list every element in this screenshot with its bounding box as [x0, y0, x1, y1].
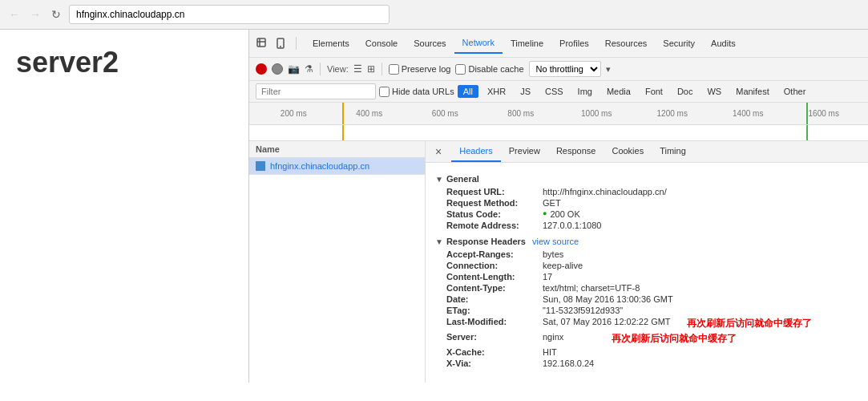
remote-address-key: Remote Address: — [446, 221, 543, 230]
response-headers-triangle-icon: ▼ — [435, 237, 443, 246]
device-icon[interactable] — [275, 37, 288, 50]
list-view-icon[interactable]: ☰ — [353, 63, 362, 75]
details-tabs: × Headers Preview Response Cookies Timin… — [426, 141, 868, 163]
status-code-value: 200 OK — [550, 209, 579, 219]
back-button[interactable]: ← — [6, 6, 22, 22]
page-content: server2 — [0, 30, 248, 383]
type-btn-manifest[interactable]: Manifest — [730, 85, 775, 98]
etag-key: ETag: — [446, 306, 543, 315]
tl-label-800: 800 ms — [483, 109, 559, 118]
tab-preview[interactable]: Preview — [501, 141, 548, 162]
accept-ranges-key: Accept-Ranges: — [446, 249, 543, 259]
content-length-key: Content-Length: — [446, 272, 543, 282]
hide-urls-checkbox[interactable] — [379, 87, 390, 97]
content-length-value: 17 — [543, 272, 552, 282]
menu-item-resources[interactable]: Resources — [597, 34, 656, 53]
request-method-value: GET — [543, 198, 561, 208]
type-btn-img[interactable]: Img — [572, 85, 598, 98]
menu-item-network[interactable]: Network — [454, 33, 503, 54]
tab-response[interactable]: Response — [548, 141, 604, 162]
tl-label-1200: 1200 ms — [635, 109, 711, 118]
stop-button[interactable] — [272, 63, 283, 75]
tab-timing[interactable]: Timing — [652, 141, 694, 162]
request-item-hfnginx[interactable]: hfnginx.chinacloudapp.cn — [249, 158, 425, 175]
waterfall-green-line — [806, 125, 808, 140]
annotation-text-inline: 再次刷新后访问就命中缓存了 — [612, 332, 737, 346]
server-value: nginx — [543, 332, 563, 346]
server-key: Server: — [446, 332, 543, 346]
forward-button[interactable]: → — [27, 6, 43, 22]
content-length-row: Content-Length: 17 — [435, 272, 858, 282]
accept-ranges-row: Accept-Ranges: bytes — [435, 249, 858, 259]
x-cache-key: X-Cache: — [446, 347, 543, 357]
date-value: Sun, 08 May 2016 13:00:36 GMT — [543, 294, 673, 304]
general-triangle-icon: ▼ — [435, 175, 443, 184]
menu-item-elements[interactable]: Elements — [305, 34, 357, 53]
type-btn-other[interactable]: Other — [778, 85, 812, 98]
request-doc-icon — [256, 161, 265, 171]
record-button[interactable] — [256, 63, 267, 75]
server-row: Server: nginx 再次刷新后访问就命中缓存了 — [435, 332, 858, 346]
type-btn-ws[interactable]: WS — [701, 85, 727, 98]
menu-item-security[interactable]: Security — [655, 34, 703, 53]
general-section-header[interactable]: ▼ General — [435, 174, 858, 184]
devtools-toolbar: Elements Console Sources Network Timelin… — [249, 30, 868, 58]
menu-item-profiles[interactable]: Profiles — [551, 34, 597, 53]
hide-urls-label: Hide data URLs — [392, 87, 454, 96]
etag-value: "11-5323f5912d933" — [543, 306, 623, 315]
camera-icon[interactable]: 📷 — [288, 63, 300, 75]
preserve-log-checkbox[interactable] — [389, 64, 399, 75]
devtools-menu: Elements Console Sources Network Timelin… — [305, 33, 744, 54]
type-btn-xhr[interactable]: XHR — [482, 85, 511, 98]
x-via-value: 192.168.0.24 — [543, 358, 594, 368]
type-btn-doc[interactable]: Doc — [672, 85, 699, 98]
remote-address-row: Remote Address: 127.0.0.1:1080 — [435, 221, 858, 230]
x-cache-row: X-Cache: HIT — [435, 347, 858, 357]
status-circle-icon: ● — [543, 209, 547, 219]
menu-item-audits[interactable]: Audits — [703, 34, 744, 53]
separator2 — [382, 63, 382, 75]
x-via-key: X-Via: — [446, 358, 543, 368]
last-modified-row: Last-Modified: Sat, 07 May 2016 12:02:22… — [435, 317, 858, 330]
request-name[interactable]: hfnginx.chinacloudapp.cn — [270, 161, 369, 171]
type-btn-font[interactable]: Font — [640, 85, 668, 98]
throttle-dropdown-icon[interactable]: ▾ — [606, 64, 611, 75]
menu-item-sources[interactable]: Sources — [406, 34, 454, 53]
menu-item-console[interactable]: Console — [357, 34, 406, 53]
requests-panel: Name hfnginx.chinacloudapp.cn — [249, 141, 426, 383]
request-method-key: Request Method: — [446, 198, 543, 208]
disable-cache-checkbox[interactable] — [455, 64, 466, 75]
request-url-row: Request URL: http://hfnginx.chinacloudap… — [435, 187, 858, 196]
throttle-select[interactable]: No throttling — [529, 61, 601, 77]
type-btn-css[interactable]: CSS — [539, 85, 569, 98]
content-type-key: Content-Type: — [446, 283, 543, 293]
type-btn-all[interactable]: All — [458, 85, 478, 98]
tab-cookies[interactable]: Cookies — [604, 141, 652, 162]
view-label: View: — [327, 64, 349, 74]
details-close-button[interactable]: × — [432, 142, 445, 161]
type-btn-media[interactable]: Media — [601, 85, 636, 98]
svg-rect-0 — [257, 38, 265, 47]
reload-button[interactable]: ↻ — [48, 6, 64, 22]
menu-item-timeline[interactable]: Timeline — [503, 34, 551, 53]
nav-bar: ← → ↻ — [0, 0, 868, 29]
tl-label-200: 200 ms — [256, 109, 332, 118]
address-bar[interactable] — [69, 5, 390, 24]
status-code-key: Status Code: — [446, 209, 543, 219]
waterfall-view-icon[interactable]: ⊞ — [367, 63, 375, 75]
filter-icon[interactable]: ⚗ — [305, 63, 313, 75]
timeline-bar: 200 ms 400 ms 600 ms 800 ms 1000 ms 1200… — [249, 103, 868, 125]
response-headers-title: Response Headers — [446, 237, 526, 246]
filter-input[interactable] — [256, 83, 376, 99]
preserve-log-check[interactable]: Preserve log — [389, 64, 451, 75]
disable-cache-check[interactable]: Disable cache — [455, 64, 523, 75]
hide-urls-check[interactable]: Hide data URLs — [379, 87, 454, 97]
tab-headers[interactable]: Headers — [451, 141, 501, 162]
request-url-value: http://hfnginx.chinacloudapp.cn/ — [543, 187, 667, 196]
view-source-link[interactable]: view source — [532, 237, 579, 246]
page-area: server2 Elements Conso — [0, 30, 868, 383]
response-headers-section-header[interactable]: ▼ Response Headers view source — [435, 237, 858, 246]
inspect-icon[interactable] — [256, 37, 268, 50]
type-btn-js[interactable]: JS — [515, 85, 536, 98]
browser-chrome: ← → ↻ — [0, 0, 868, 30]
